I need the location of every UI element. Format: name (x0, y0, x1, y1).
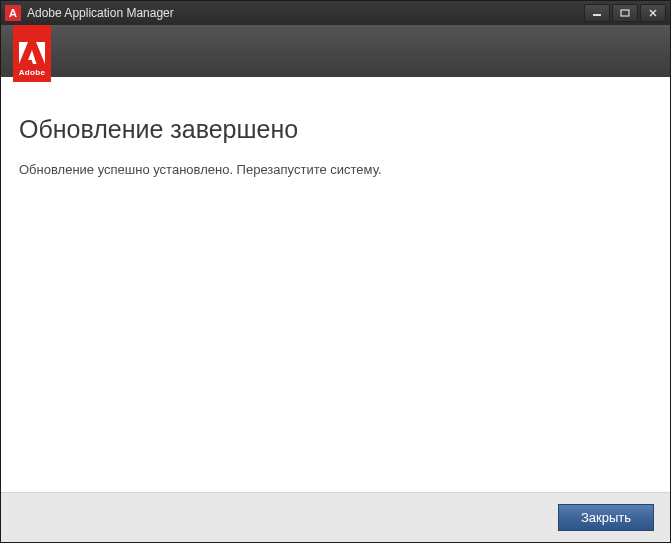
svg-rect-1 (621, 10, 629, 16)
maximize-icon (620, 9, 630, 17)
svg-rect-0 (593, 14, 601, 16)
app-icon-letter: A (9, 7, 17, 19)
app-icon: A (5, 5, 21, 21)
titlebar: A Adobe Application Manager (1, 1, 670, 25)
maximize-button[interactable] (612, 4, 638, 22)
close-window-button[interactable] (640, 4, 666, 22)
minimize-button[interactable] (584, 4, 610, 22)
close-icon (648, 9, 658, 17)
adobe-a-icon (19, 42, 45, 64)
page-heading: Обновление завершено (19, 115, 652, 144)
minimize-icon (592, 9, 602, 17)
adobe-logo-text: Adobe (19, 68, 45, 77)
footer: Закрыть (1, 492, 670, 542)
close-button[interactable]: Закрыть (558, 504, 654, 531)
window-title: Adobe Application Manager (27, 6, 584, 20)
adobe-logo: Adobe (13, 25, 51, 82)
content-area: Обновление завершено Обновление успешно … (1, 77, 670, 492)
status-message: Обновление успешно установлено. Перезапу… (19, 162, 652, 177)
window-controls (584, 4, 666, 22)
header-bar: Adobe (1, 25, 670, 77)
application-window: A Adobe Application Manager (0, 0, 671, 543)
